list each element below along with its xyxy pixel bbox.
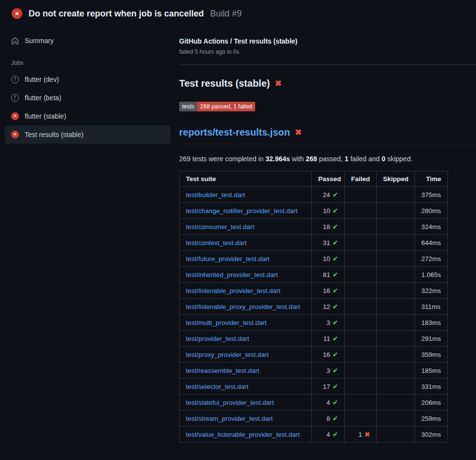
tests-badge: tests 268 passed, 1 failed	[179, 102, 255, 111]
test-suite-link[interactable]: test/future_provider_test.dart	[186, 255, 270, 262]
test-suite-link[interactable]: test/context_test.dart	[186, 239, 246, 246]
check-icon: ✔	[333, 303, 338, 310]
jobs-list: !flutter (dev)!flutter (beta)✕flutter (s…	[5, 70, 170, 144]
check-icon: ✔	[333, 415, 338, 422]
test-suite-link[interactable]: test/provider_test.dart	[186, 335, 249, 342]
test-suite-link[interactable]: test/value_listenable_provider_test.dart	[186, 431, 300, 438]
sidebar-job-flutter-dev[interactable]: !flutter (dev)	[5, 70, 170, 89]
skipped-cell	[377, 411, 415, 427]
home-icon	[11, 37, 19, 45]
skipped-cell	[377, 315, 415, 331]
failed-cell	[345, 283, 377, 299]
passed-cell: 18✔	[312, 219, 345, 235]
job-label: flutter (stable)	[25, 112, 66, 120]
test-suite-link[interactable]: test/reassemble_test.dart	[186, 367, 260, 374]
passed-cell: 3✔	[312, 315, 345, 331]
sidebar-summary-label: Summary	[25, 37, 54, 45]
test-suite-link[interactable]: test/change_notifier_provider_test.dart	[186, 207, 297, 215]
test-suite-link[interactable]: test/stateful_provider_test.dart	[186, 399, 274, 406]
column-header: Test suite	[180, 171, 312, 187]
time-cell: 259ms	[415, 411, 448, 427]
summary-segment: 1	[345, 155, 349, 163]
sidebar-job-flutter-stable[interactable]: ✕flutter (stable)	[5, 107, 170, 125]
skipped-cell	[377, 395, 415, 411]
test-suite-link[interactable]: test/multi_provider_test.dart	[186, 319, 267, 326]
passed-count: 11	[323, 335, 330, 342]
test-suite-link[interactable]: test/selector_test.dart	[186, 383, 248, 390]
summary-segment: failed and	[349, 155, 382, 163]
time-cell: 359ms	[415, 347, 448, 363]
suite-cell: test/selector_test.dart	[180, 379, 312, 395]
column-header: Failed	[345, 171, 377, 187]
time-cell: 311ms	[415, 299, 448, 315]
x-icon: ✖	[365, 431, 370, 438]
skipped-cell	[377, 219, 415, 235]
run-header: ✕ Do not create report when job is cance…	[0, 0, 476, 25]
failed-x-icon: ✖	[275, 79, 281, 88]
passed-cell: 11✔	[312, 331, 345, 347]
suite-cell: test/stateful_provider_test.dart	[180, 395, 312, 411]
time-cell: 375ms	[415, 187, 448, 203]
failed-cell	[345, 331, 377, 347]
report-file-link[interactable]: reports/test-results.json	[179, 127, 290, 138]
passed-count: 10	[323, 255, 330, 262]
passed-count: 10	[323, 207, 330, 215]
test-suite-link[interactable]: test/builder_test.dart	[186, 191, 245, 199]
test-suite-link[interactable]: test/consumer_test.dart	[186, 223, 254, 230]
table-row: test/builder_test.dart24✔375ms	[180, 187, 448, 203]
passed-count: 31	[323, 239, 330, 246]
sidebar-job-test-results-stable[interactable]: ✕Test results (stable)	[5, 125, 170, 144]
skipped-cell	[377, 283, 415, 299]
test-summary-line: 269 tests were completed in 32.964s with…	[179, 155, 476, 163]
suite-cell: test/builder_test.dart	[180, 187, 312, 203]
job-label: flutter (dev)	[25, 76, 59, 83]
time-cell: 331ms	[415, 379, 448, 395]
time-cell: 272ms	[415, 251, 448, 267]
failed-cell	[345, 299, 377, 315]
table-row: test/change_notifier_provider_test.dart1…	[180, 203, 448, 219]
suite-cell: test/future_provider_test.dart	[180, 251, 312, 267]
table-row: test/stream_provider_test.dart8✔259ms	[180, 411, 448, 427]
test-suite-link[interactable]: test/inherited_provider_test.dart	[186, 271, 278, 278]
passed-count: 16	[323, 287, 330, 294]
skipped-cell	[377, 379, 415, 395]
suite-cell: test/consumer_test.dart	[180, 219, 312, 235]
column-header: Time	[415, 171, 448, 187]
skipped-cell	[377, 203, 415, 219]
build-number: Build #9	[210, 9, 242, 19]
check-icon: ✔	[333, 191, 338, 199]
passed-cell: 31✔	[312, 235, 345, 251]
skipped-cell	[377, 251, 415, 267]
passed-count: 16	[323, 351, 330, 358]
check-icon: ✔	[333, 287, 338, 294]
table-row: test/proxy_provider_test.dart16✔359ms	[180, 347, 448, 363]
test-suite-link[interactable]: test/listenable_proxy_provider_test.dart	[186, 303, 300, 310]
table-row: test/context_test.dart31✔644ms	[180, 235, 448, 251]
summary-segment: 268	[306, 155, 317, 163]
failed-cell	[345, 347, 377, 363]
test-suite-link[interactable]: test/stream_provider_test.dart	[186, 415, 273, 422]
summary-segment: skipped.	[385, 155, 413, 163]
skipped-cell	[377, 187, 415, 203]
skipped-cell	[377, 363, 415, 379]
passed-count: 4	[326, 431, 330, 438]
skipped-cell	[377, 267, 415, 283]
passed-cell: 12✔	[312, 299, 345, 315]
run-title: Do not create report when job is cancell…	[29, 9, 204, 19]
x-circle-icon: ✕	[11, 131, 19, 138]
breadcrumb: GitHub Actions / Test results (stable)	[179, 37, 476, 45]
table-row: test/reassemble_test.dart3✔185ms	[180, 363, 448, 379]
suite-cell: test/context_test.dart	[180, 235, 312, 251]
suite-cell: test/stream_provider_test.dart	[180, 411, 312, 427]
test-suite-link[interactable]: test/proxy_provider_test.dart	[186, 351, 269, 358]
sidebar-item-summary[interactable]: Summary	[5, 31, 170, 50]
summary-segment: passed,	[317, 155, 345, 163]
passed-count: 8	[326, 415, 330, 422]
passed-count: 17	[323, 383, 330, 390]
suite-cell: test/change_notifier_provider_test.dart	[180, 203, 312, 219]
sidebar-job-flutter-beta[interactable]: !flutter (beta)	[5, 89, 170, 107]
check-icon: ✔	[333, 383, 338, 390]
suite-cell: test/listenable_provider_test.dart	[180, 283, 312, 299]
test-suite-link[interactable]: test/listenable_provider_test.dart	[186, 287, 280, 294]
failed-count: 1	[358, 431, 362, 438]
